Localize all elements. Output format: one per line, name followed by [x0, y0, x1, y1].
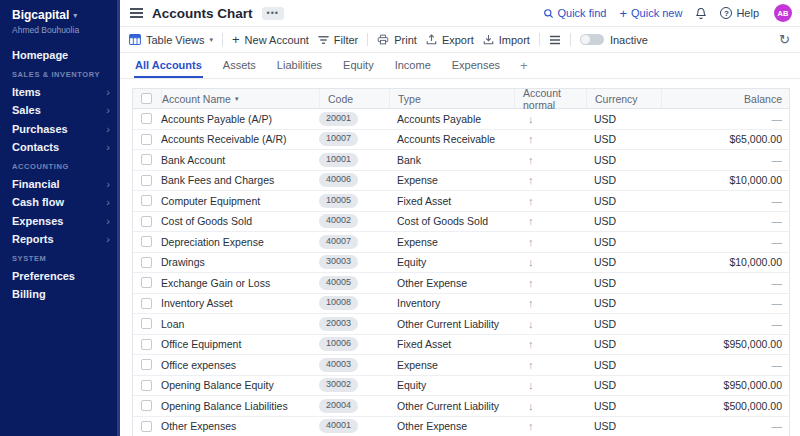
quick-find-label: Quick find: [558, 7, 607, 19]
row-checkbox[interactable]: [141, 257, 152, 268]
column-header-account-name[interactable]: Account Name ▾: [161, 89, 319, 108]
tab-expenses[interactable]: Expenses: [451, 53, 501, 78]
account-normal-cell: ↑: [514, 417, 586, 436]
toolbar: Table Views ▾ + New Account Filter Print: [120, 27, 800, 53]
sidebar-item-cash-flow[interactable]: Cash flow›: [0, 193, 120, 212]
account-name-cell[interactable]: Opening Balance Equity: [161, 376, 319, 396]
table-row[interactable]: Computer Equipment 10005 Fixed Asset ↑ U…: [133, 191, 789, 212]
row-checkbox[interactable]: [141, 298, 152, 309]
row-checkbox[interactable]: [141, 195, 152, 206]
table-row[interactable]: Accounts Receivable (A/R) 10007 Accounts…: [133, 130, 789, 151]
notifications-bell-icon[interactable]: [695, 7, 707, 20]
avatar[interactable]: AB: [774, 4, 792, 22]
account-name-cell[interactable]: Accounts Receivable (A/R): [161, 130, 319, 150]
column-header-code[interactable]: Code: [319, 89, 389, 108]
row-checkbox[interactable]: [141, 154, 152, 165]
export-button[interactable]: Export: [426, 34, 474, 46]
import-button[interactable]: Import: [483, 34, 530, 46]
table-row[interactable]: Inventory Asset 10008 Inventory ↑ USD —: [133, 294, 789, 315]
account-name-cell[interactable]: Loan: [161, 314, 319, 334]
workspace-switcher[interactable]: Bigcapital ▾: [0, 0, 120, 22]
account-name-cell[interactable]: Exchange Gain or Loss: [161, 273, 319, 293]
filter-button[interactable]: Filter: [318, 34, 358, 46]
sidebar-item-reports[interactable]: Reports›: [0, 230, 120, 249]
new-account-button[interactable]: + New Account: [232, 33, 309, 46]
account-name-cell[interactable]: Bank Account: [161, 150, 319, 170]
hamburger-menu-icon[interactable]: [130, 8, 143, 18]
refresh-icon[interactable]: ↻: [779, 33, 790, 46]
quick-find-button[interactable]: Quick find: [543, 7, 607, 19]
row-checkbox-cell: [133, 396, 161, 416]
table-row[interactable]: Other Expenses 40001 Other Expense ↑ USD…: [133, 417, 789, 436]
sidebar-item-billing[interactable]: Billing: [0, 285, 120, 304]
print-button[interactable]: Print: [377, 34, 417, 46]
row-checkbox[interactable]: [141, 216, 152, 227]
sidebar-item-expenses[interactable]: Expenses›: [0, 212, 120, 231]
table-row[interactable]: Drawings 30003 Equity ↓ USD $10,000.00: [133, 253, 789, 274]
sidebar-item-sales[interactable]: Sales›: [0, 101, 120, 120]
account-name-cell[interactable]: Computer Equipment: [161, 191, 319, 211]
column-header-currency[interactable]: Currency: [586, 89, 661, 108]
arrow-up-icon: ↑: [528, 338, 534, 350]
quick-new-button[interactable]: + Quick new: [619, 7, 682, 20]
row-checkbox[interactable]: [141, 359, 152, 370]
inactive-toggle[interactable]: [580, 34, 604, 45]
sidebar-scrollbar[interactable]: [117, 0, 120, 436]
account-code-cell: 10007: [319, 130, 389, 150]
table-row[interactable]: Office expenses 40003 Expense ↑ USD —: [133, 355, 789, 376]
row-checkbox[interactable]: [141, 236, 152, 247]
account-name-cell[interactable]: Cost of Goods Sold: [161, 212, 319, 232]
sidebar-item-items[interactable]: Items›: [0, 83, 120, 102]
row-checkbox[interactable]: [141, 339, 152, 350]
table-row[interactable]: Depreciation Expense 40007 Expense ↑ USD…: [133, 232, 789, 253]
tab-assets[interactable]: Assets: [222, 53, 257, 78]
table-row[interactable]: Accounts Payable (A/P) 20001 Accounts Pa…: [133, 109, 789, 130]
table-row[interactable]: Loan 20003 Other Current Liability ↓ USD…: [133, 314, 789, 335]
column-header-type[interactable]: Type: [389, 89, 514, 108]
column-header-balance[interactable]: Balance: [661, 89, 789, 108]
row-checkbox[interactable]: [141, 277, 152, 288]
row-checkbox[interactable]: [141, 400, 152, 411]
tab-liabilities[interactable]: Liabilities: [276, 53, 323, 78]
tab-all-accounts[interactable]: All Accounts: [134, 53, 203, 78]
currency-cell: USD: [586, 294, 661, 314]
account-name-cell[interactable]: Opening Balance Liabilities: [161, 396, 319, 416]
table-views-button[interactable]: Table Views ▾: [129, 34, 213, 46]
account-name-cell[interactable]: Office Equipment: [161, 335, 319, 355]
row-checkbox[interactable]: [141, 380, 152, 391]
table-row[interactable]: Bank Account 10001 Bank ↑ USD —: [133, 150, 789, 171]
select-all-checkbox[interactable]: [141, 93, 152, 104]
row-checkbox[interactable]: [141, 175, 152, 186]
table-row[interactable]: Office Equipment 10006 Fixed Asset ↑ USD…: [133, 335, 789, 356]
table-row[interactable]: Bank Fees and Charges 40006 Expense ↑ US…: [133, 171, 789, 192]
sidebar-item-financial[interactable]: Financial›: [0, 175, 120, 194]
account-name-cell[interactable]: Depreciation Expense: [161, 232, 319, 252]
sidebar-item-purchases[interactable]: Purchases›: [0, 120, 120, 139]
account-name-cell[interactable]: Office expenses: [161, 355, 319, 375]
column-header-account-normal[interactable]: Account normal: [514, 89, 586, 108]
tab-income[interactable]: Income: [394, 53, 432, 78]
row-checkbox[interactable]: [141, 113, 152, 124]
sidebar-item-contacts[interactable]: Contacts›: [0, 138, 120, 157]
row-checkbox[interactable]: [141, 134, 152, 145]
row-density-icon[interactable]: [549, 35, 561, 45]
tab-equity[interactable]: Equity: [342, 53, 375, 78]
table-row[interactable]: Exchange Gain or Loss 40005 Other Expens…: [133, 273, 789, 294]
sidebar-item-preferences[interactable]: Preferences: [0, 267, 120, 286]
account-name-cell[interactable]: Accounts Payable (A/P): [161, 109, 319, 129]
column-header-label: Currency: [595, 93, 638, 105]
add-tab-button[interactable]: +: [520, 53, 528, 78]
account-name-cell[interactable]: Inventory Asset: [161, 294, 319, 314]
help-button[interactable]: ? Help: [720, 7, 759, 19]
more-options-button[interactable]: •••: [262, 7, 284, 20]
table-row[interactable]: Cost of Goods Sold 40002 Cost of Goods S…: [133, 212, 789, 233]
account-name-cell[interactable]: Drawings: [161, 253, 319, 273]
sidebar-item-homepage[interactable]: Homepage: [0, 46, 120, 65]
row-checkbox[interactable]: [141, 421, 152, 432]
table-row[interactable]: Opening Balance Equity 30002 Equity ↓ US…: [133, 376, 789, 397]
table-row[interactable]: Opening Balance Liabilities 20004 Other …: [133, 396, 789, 417]
chevron-right-icon: ›: [106, 193, 110, 212]
account-name-cell[interactable]: Other Expenses: [161, 417, 319, 436]
account-name-cell[interactable]: Bank Fees and Charges: [161, 171, 319, 191]
row-checkbox[interactable]: [141, 318, 152, 329]
